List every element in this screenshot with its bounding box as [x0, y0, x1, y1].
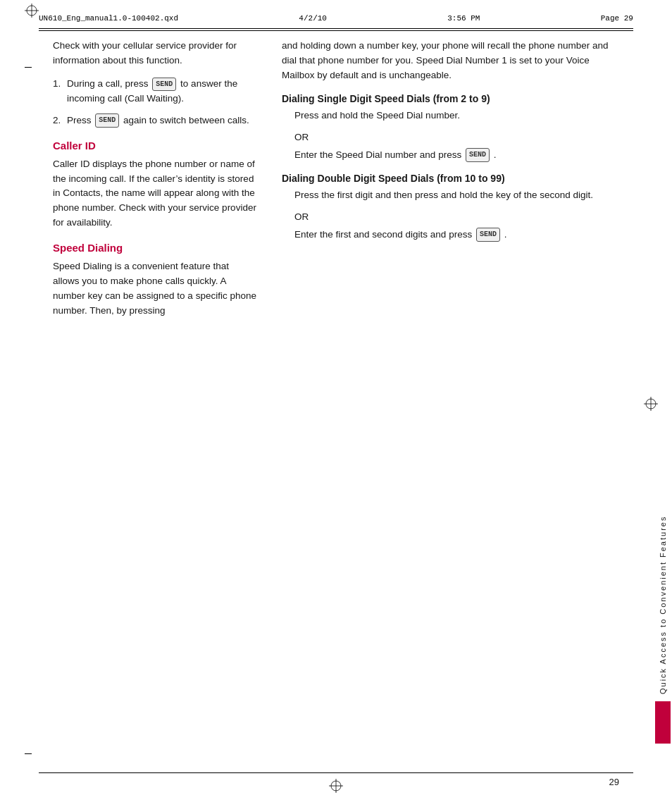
section1-item2-after: .	[494, 149, 497, 160]
list1-text-before: During a call, press	[67, 78, 149, 89]
section2-item2-after: .	[504, 229, 507, 240]
send-button-2: SEND	[95, 113, 119, 128]
caller-id-heading: Caller ID	[53, 140, 257, 152]
list-item-1: 1. During a call, press SEND to answer t…	[53, 77, 257, 106]
margin-mark-left-bottom	[25, 753, 32, 754]
margin-mark-left-top	[25, 67, 32, 68]
list-item-2: 2. Press SEND again to switch between ca…	[53, 113, 257, 128]
section1-item2-text: Enter the Speed Dial number and press SE…	[294, 148, 619, 163]
header-time: 3:56 PM	[447, 14, 480, 23]
section1-item1: Press and hold the Speed Dial number.	[282, 109, 619, 123]
section2-item1-text: Press the first digit and then press and…	[294, 188, 619, 203]
section2-or: OR	[294, 211, 619, 222]
send-button-1: SEND	[152, 78, 176, 92]
list-number-1: 1.	[53, 77, 67, 106]
section2-item1: Press the first digit and then press and…	[282, 188, 619, 203]
header-date: 4/2/10	[299, 14, 327, 23]
page-container: UN610_Eng_manual1.0-100402.qxd 4/2/10 3:…	[0, 0, 672, 807]
sidebar-accent	[655, 701, 671, 744]
header-page: Page 29	[601, 14, 633, 23]
section1-heading: Dialing Single Digit Speed Dials (from 2…	[282, 93, 619, 104]
section2-item2-before: Enter the first and second digits and pr…	[294, 229, 472, 240]
send-button-4: SEND	[476, 228, 500, 242]
section1-or: OR	[294, 132, 619, 142]
right-intro: and holding down a number key, your phon…	[282, 39, 619, 83]
sidebar-tab: Quick Access to Convenient Features	[654, 85, 672, 744]
header-line-bottom	[39, 30, 633, 31]
header-line-top	[39, 28, 633, 29]
list2-text-after: again to switch between calls.	[123, 115, 249, 125]
send-button-3: SEND	[466, 148, 490, 162]
file-header: UN610_Eng_manual1.0-100402.qxd 4/2/10 3:…	[39, 11, 633, 25]
right-column: and holding down a number key, your phon…	[271, 39, 619, 765]
page-number: 29	[609, 777, 619, 787]
bottom-line	[39, 772, 633, 773]
section2-item2-text: Enter the first and second digits and pr…	[294, 228, 619, 242]
section1-item2: Enter the Speed Dial number and press SE…	[282, 148, 619, 163]
content-area: Check with your cellular service provide…	[53, 39, 619, 765]
list-number-2: 2.	[53, 113, 67, 128]
reg-mark-bottom-center	[329, 779, 343, 793]
list-content-2: Press SEND again to switch between calls…	[67, 113, 257, 128]
filename: UN610_Eng_manual1.0-100402.qxd	[39, 14, 178, 23]
left-column: Check with your cellular service provide…	[53, 39, 271, 765]
reg-mark-top-left	[25, 4, 39, 18]
list2-text-before: Press	[67, 115, 92, 125]
speed-dialing-text: Speed Dialing is a convenient feature th…	[53, 259, 257, 319]
section2-item2: Enter the first and second digits and pr…	[282, 228, 619, 242]
intro-text: Check with your cellular service provide…	[53, 39, 257, 68]
section1-item2-before: Enter the Speed Dial number and press	[294, 149, 461, 160]
sidebar-text: Quick Access to Convenient Features	[659, 92, 667, 694]
reg-mark-right	[644, 397, 658, 411]
caller-id-text: Caller ID displays the phone number or n…	[53, 157, 257, 231]
list-content-1: During a call, press SEND to answer the …	[67, 77, 257, 106]
section2-heading: Dialing Double Digit Speed Dials (from 1…	[282, 173, 619, 184]
section1-item1-text: Press and hold the Speed Dial number.	[294, 109, 619, 123]
speed-dialing-heading: Speed Dialing	[53, 242, 257, 254]
